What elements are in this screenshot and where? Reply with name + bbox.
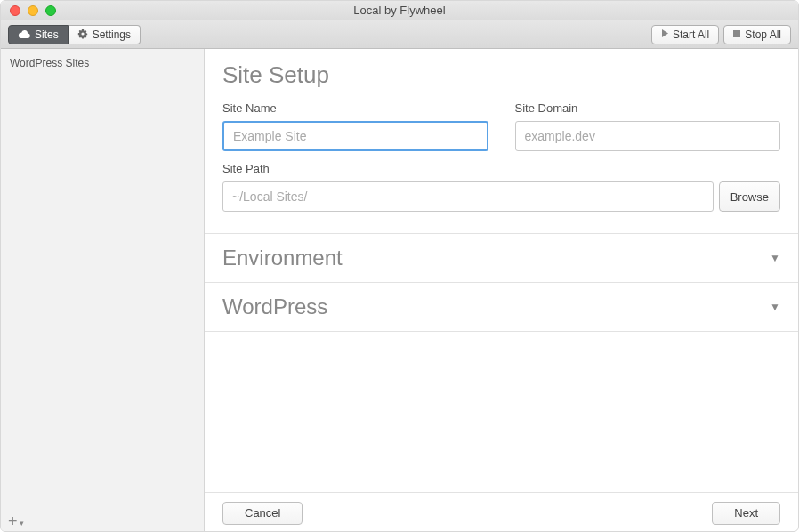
settings-tab-label: Settings — [93, 28, 131, 41]
caret-down-icon: ▼ — [770, 301, 780, 313]
page-title: Site Setup — [222, 61, 780, 89]
cancel-button[interactable]: Cancel — [222, 502, 303, 525]
start-all-button[interactable]: Start All — [651, 25, 719, 44]
wordpress-accordion[interactable]: WordPress ▼ — [205, 283, 798, 331]
stop-all-label: Stop All — [745, 28, 781, 41]
start-all-label: Start All — [673, 28, 709, 41]
sites-tab[interactable]: Sites — [8, 25, 69, 44]
environment-label: Environment — [222, 246, 343, 270]
browse-button[interactable]: Browse — [719, 181, 780, 212]
window-titlebar: Local by Flywheel — [1, 1, 798, 20]
svg-rect-0 — [733, 30, 740, 37]
gear-icon — [77, 28, 88, 41]
site-name-input[interactable] — [222, 121, 488, 151]
next-button[interactable]: Next — [712, 502, 780, 525]
site-path-label: Site Path — [222, 162, 780, 175]
plus-icon: + — [8, 512, 18, 531]
sites-tab-label: Sites — [35, 28, 59, 41]
play-icon — [661, 29, 668, 39]
window-title: Local by Flywheel — [1, 4, 798, 17]
chevron-down-icon: ▾ — [20, 519, 24, 528]
site-path-input[interactable] — [222, 181, 714, 212]
add-site-button[interactable]: + ▾ — [1, 510, 204, 532]
cloud-icon — [18, 29, 30, 40]
environment-accordion[interactable]: Environment ▼ — [205, 234, 798, 282]
stop-icon — [733, 30, 740, 39]
site-domain-input[interactable] — [515, 121, 781, 151]
main-panel: Site Setup Site Name Site Domain Site Pa… — [205, 49, 798, 532]
settings-tab[interactable]: Settings — [69, 25, 141, 44]
main-toolbar: Sites Settings Start All Stop All — [1, 20, 798, 49]
stop-all-button[interactable]: Stop All — [723, 25, 791, 44]
sidebar: WordPress Sites + ▾ — [1, 49, 205, 532]
wordpress-label: WordPress — [222, 294, 327, 319]
caret-down-icon: ▼ — [770, 252, 780, 264]
site-domain-label: Site Domain — [515, 101, 781, 115]
site-name-label: Site Name — [222, 101, 488, 115]
sidebar-header: WordPress Sites — [1, 49, 204, 77]
wizard-footer: Cancel Next — [205, 492, 798, 532]
